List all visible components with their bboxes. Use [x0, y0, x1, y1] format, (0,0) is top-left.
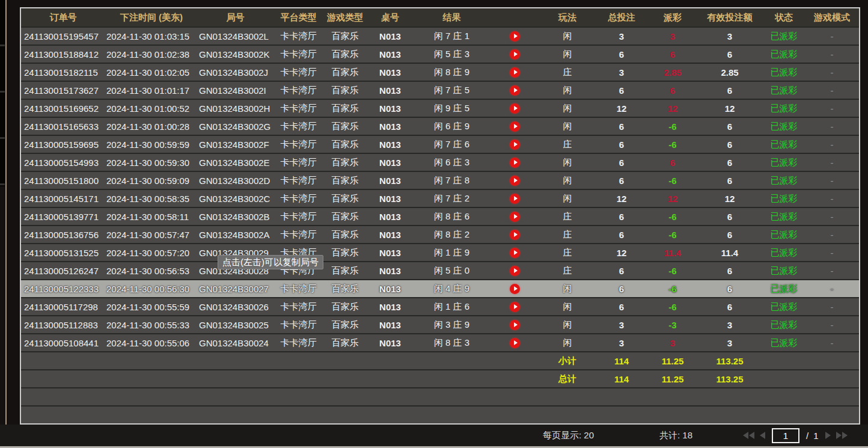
round-id-cell[interactable]: GN01324B3002C: [198, 190, 273, 207]
replay-play-icon[interactable]: [510, 140, 520, 150]
table-row[interactable]: 2411300151821152024-11-30 01:02:05GN0132…: [21, 63, 859, 81]
payout-cell: 6: [649, 46, 697, 63]
replay-play-icon[interactable]: [510, 103, 520, 114]
table-row[interactable]: 2411300051172982024-11-30 00:55:59GN0132…: [21, 297, 859, 315]
replay-play-icon[interactable]: [510, 338, 520, 348]
order-id-cell: 241130005131525: [21, 244, 105, 261]
game-type-cell: 百家乐: [324, 172, 366, 189]
replay-play-icon[interactable]: [510, 49, 520, 60]
round-id-cell[interactable]: GN01324B3002F: [198, 136, 273, 153]
column-header: 游戏类型: [324, 8, 366, 26]
round-id-cell[interactable]: GN01324B30024: [198, 334, 273, 351]
round-id-cell[interactable]: GN01324B3002B: [198, 208, 273, 225]
page-number-input[interactable]: 1: [772, 428, 799, 443]
replay-play-icon[interactable]: [510, 230, 520, 240]
play-triangle-icon: [514, 232, 518, 237]
round-id-cell[interactable]: GN01324B3002L: [198, 28, 273, 44]
game-result-cell: 闲 7 庄 8: [414, 172, 489, 189]
table-row[interactable]: 2411300051262472024-11-30 00:56:53GN0132…: [21, 261, 859, 279]
round-id-cell[interactable]: GN01324B3002K: [198, 46, 273, 63]
table-row[interactable]: 2411300051084412024-11-30 00:55:06GN0132…: [21, 333, 859, 351]
bet-side-cell: 闲: [540, 172, 594, 189]
replay-play-icon[interactable]: [510, 266, 520, 276]
summary-total-bet: 114: [594, 370, 649, 387]
column-header: 订单号: [21, 8, 105, 26]
column-header: 桌号: [366, 8, 414, 26]
column-header: 状态: [763, 8, 805, 26]
round-id-cell[interactable]: GN01324B30027: [198, 280, 273, 297]
table-row[interactable]: 2411300051518002024-11-30 00:59:09GN0132…: [21, 171, 859, 189]
order-id-cell: 241130005136756: [21, 226, 105, 243]
game-mode-cell: -: [805, 64, 859, 81]
table-row[interactable]: 2411300151954572024-11-30 01:03:15GN0132…: [21, 26, 859, 44]
bet-side-cell: 闲: [540, 190, 594, 207]
prev-page-icon[interactable]: [760, 432, 765, 439]
game-result-cell: 闲 7 庄 6: [414, 136, 489, 153]
next-page-icon[interactable]: [825, 432, 831, 439]
game-mode-cell: -: [805, 262, 859, 279]
round-id-cell[interactable]: GN01324B3002E: [198, 154, 273, 171]
table-row[interactable]: 2411300151736272024-11-30 01:01:17GN0132…: [21, 81, 859, 99]
table-row[interactable]: 2411300151656332024-11-30 01:00:28GN0132…: [21, 117, 859, 135]
status-cell: 已派彩: [763, 280, 805, 297]
replay-play-icon[interactable]: [510, 320, 520, 330]
replay-play-icon[interactable]: [510, 31, 520, 41]
replay-play-icon[interactable]: [510, 284, 520, 294]
replay-play-icon[interactable]: [510, 158, 520, 168]
first-page-icon[interactable]: [743, 432, 754, 439]
replay-play-icon[interactable]: [510, 248, 520, 258]
table-row[interactable]: 2411300051596952024-11-30 00:59:59GN0132…: [21, 135, 859, 153]
round-id-cell[interactable]: GN01324B3002G: [198, 118, 273, 135]
table-number-cell: N013: [366, 172, 414, 189]
summary-payout: 11.25: [649, 370, 697, 387]
table-row[interactable]: 2411300051315252024-11-30 00:57:20GN0132…: [21, 243, 859, 261]
round-id-cell[interactable]: GN01324B3002A: [198, 226, 273, 243]
table-row[interactable]: 2411300051223332024-11-30 00:56:30GN0132…: [21, 279, 859, 297]
game-result-cell: 闲 7 庄 5: [414, 82, 489, 99]
round-id-cell[interactable]: GN01324B3002J: [198, 64, 273, 81]
round-id-cell[interactable]: GN01324B30026: [198, 298, 273, 315]
replay-play-icon[interactable]: [510, 121, 520, 132]
game-mode-cell: -: [805, 118, 859, 135]
total-bet-cell: 3: [594, 316, 649, 333]
table-row[interactable]: 2411300151696522024-11-30 01:00:52GN0132…: [21, 99, 859, 117]
pagination-bar: 每页显示: 20 共计: 18 1 / 1: [0, 425, 868, 446]
table-row[interactable]: 2411300151884122024-11-30 01:02:38GN0132…: [21, 44, 859, 63]
replay-play-icon[interactable]: [510, 302, 520, 312]
game-result-cell: 闲 7 庄 2: [414, 190, 489, 207]
play-triangle-icon: [514, 70, 518, 75]
replay-play-icon[interactable]: [510, 67, 520, 78]
game-mode-cell: -: [805, 46, 859, 63]
round-id-cell[interactable]: GN01324B30025: [198, 316, 273, 333]
table-row[interactable]: 2411300051367562024-11-30 00:57:47GN0132…: [21, 225, 859, 243]
table-row[interactable]: 2411300051397712024-11-30 00:58:11GN0132…: [21, 207, 859, 225]
bet-side-cell: 闲: [540, 334, 594, 351]
table-row[interactable]: 2411300051451712024-11-30 00:58:35GN0132…: [21, 189, 859, 207]
round-id-cell[interactable]: GN01324B3002I: [198, 82, 273, 99]
round-id-cell[interactable]: GN01324B3002D: [198, 172, 273, 189]
replay-cell: [489, 262, 540, 279]
last-page-icon[interactable]: [836, 432, 848, 439]
replay-play-icon[interactable]: [510, 194, 520, 204]
game-result-cell: 闲 3 庄 9: [414, 316, 489, 333]
platform-type-cell: 卡卡湾厅: [273, 172, 324, 189]
replay-play-icon[interactable]: [510, 212, 520, 222]
bet-side-cell: 庄: [540, 226, 594, 243]
round-id-cell[interactable]: GN01324B3002H: [198, 100, 273, 117]
payout-cell: 6: [649, 154, 697, 171]
table-body: 2411300151954572024-11-30 01:03:15GN0132…: [21, 26, 859, 423]
play-triangle-icon: [514, 160, 518, 165]
bet-time-cell: 2024-11-30 00:58:11: [105, 208, 198, 225]
order-id-cell: 241130015165633: [21, 118, 105, 135]
table-number-cell: N013: [366, 280, 414, 297]
replay-cell: [489, 136, 540, 153]
play-triangle-icon: [514, 34, 518, 38]
platform-type-cell: 卡卡湾厅: [273, 136, 324, 153]
game-type-cell: 百家乐: [324, 298, 366, 315]
order-id-cell: 241130005117298: [21, 298, 105, 315]
table-row[interactable]: 2411300051128832024-11-30 00:55:33GN0132…: [21, 315, 859, 333]
replay-play-icon[interactable]: [510, 85, 520, 96]
replay-play-icon[interactable]: [510, 176, 520, 186]
summary-empty-cell: [273, 370, 324, 387]
table-row[interactable]: 2411300051549932024-11-30 00:59:30GN0132…: [21, 153, 859, 171]
